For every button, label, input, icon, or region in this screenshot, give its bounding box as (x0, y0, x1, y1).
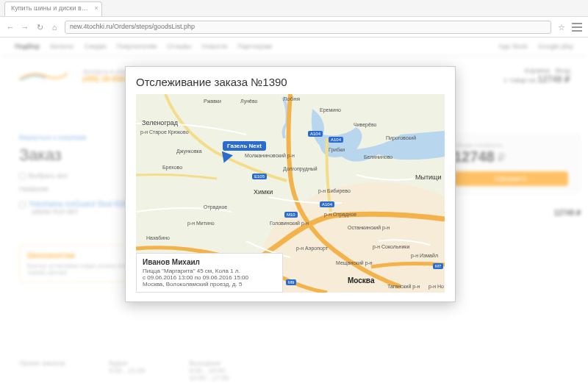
nav-item[interactable]: Каталог (50, 43, 74, 50)
nav-item[interactable]: Партнерам (237, 43, 272, 50)
map-label: Лобня (283, 96, 300, 102)
road-badge: М10 (284, 212, 298, 218)
line-price: 12748 ₽ (441, 209, 581, 217)
driver-time: с 09.06.2016 13:00 по 09.06.2016 15:00 (143, 274, 276, 281)
map-label: р-н Аэропорт (296, 246, 328, 251)
reload-icon[interactable]: ↻ (35, 23, 44, 32)
map-label: р-н Сокольники (373, 244, 409, 249)
tracking-modal: Отслеживание заказа №1390 (125, 66, 456, 302)
map-label: Таганский р-н (387, 284, 420, 289)
map-label: Еремино (320, 107, 341, 112)
road-badge: М7 (433, 263, 443, 269)
forward-icon[interactable]: → (21, 23, 29, 32)
driver-address: Москва, Волоколамский проезд, д. 5 (143, 281, 276, 287)
road-badge: Е105 (252, 174, 267, 179)
currency: ₽ (498, 151, 505, 164)
map-label: р-н Измайл (411, 253, 438, 258)
logo[interactable] (18, 69, 69, 82)
map-label: р-н Митино (187, 221, 215, 226)
map-label: Мытищи (415, 174, 442, 181)
driver-goods: Пицца "Маргарита" 45 см, Кола 1 л. (143, 268, 276, 274)
map-label: Отрадное (204, 204, 227, 210)
map-label: Мещанский р-н (336, 260, 373, 265)
modal-title: Отслеживание заказа №1390 (136, 76, 445, 88)
appstore-link[interactable]: App Store (498, 43, 528, 50)
back-icon[interactable]: ← (6, 23, 15, 32)
map-label: Грибки (329, 147, 345, 152)
map-label: р-н Но (429, 284, 444, 289)
star-icon[interactable]: ☆ (557, 23, 566, 32)
total-label: Общая стоимость (453, 142, 568, 149)
close-icon[interactable]: × (94, 4, 98, 12)
road-badge: М9 (286, 279, 296, 285)
schedule: Прием заказов Будни8:00…21:00 Выходные9:… (19, 360, 569, 382)
home-icon[interactable]: ⌂ (50, 23, 59, 32)
map-label: Брехово (162, 165, 182, 170)
site-nav: Подбор Каталог Скидки Покупателям Отзывы… (0, 37, 588, 56)
map-label: Лунёво (240, 99, 257, 104)
total-value: 12748 (453, 149, 495, 165)
road-badge: А104 (329, 137, 343, 143)
checkout-button[interactable]: Оформить (453, 171, 568, 186)
map-label: Нахабино (146, 235, 170, 240)
map-label: Головинский р-н (270, 221, 309, 226)
nav-item[interactable]: Новости (201, 43, 227, 50)
nav-item[interactable]: Отзывы (167, 43, 191, 50)
map-label: р-н Бибирево (318, 188, 351, 193)
url-bar[interactable]: new.4tochki.ru/Orders/steps/goodsList.ph… (65, 21, 551, 34)
browser-tab[interactable]: Купить шины и диски в… × (4, 1, 102, 16)
map-label: Молжаниновский р-н (245, 153, 295, 158)
menu-icon[interactable] (572, 23, 582, 32)
map-label: Пироговский (386, 135, 416, 140)
driver-name: Иванов Михаил (143, 258, 276, 266)
map-label: Химки (254, 188, 273, 196)
map-label: р-н Отрадное (324, 212, 356, 217)
map[interactable]: Зеленоград р-н Старое Крюково Ржавки Лун… (136, 94, 445, 293)
nav-item[interactable]: Скидки (85, 43, 107, 50)
map-label: Ржавки (204, 99, 221, 104)
map-label: Москва (348, 276, 374, 285)
map-label: Джунковка (176, 149, 202, 154)
map-label: Беляниново (364, 154, 392, 160)
nav-item[interactable]: Покупателям (117, 43, 157, 50)
road-badge: А104 (320, 201, 334, 207)
total-box: Общая стоимость 12748 ₽ Оформить (441, 134, 581, 194)
map-label: Долгопрудный (283, 166, 318, 171)
tab-title: Купить шины и диски в… (11, 4, 88, 12)
vehicle-badge[interactable]: Газель Next (223, 141, 266, 151)
map-label: Зеленоград (142, 119, 178, 126)
road-badge: А104 (308, 131, 323, 137)
nav-item[interactable]: Подбор (15, 43, 40, 50)
driver-card: Иванов Михаил Пицца "Маргарита" 45 см, К… (136, 253, 283, 293)
cart-summary[interactable]: Корзина Вход 1 товар на 12748 ₽ (503, 67, 570, 85)
browser-chrome: Купить шины и диски в… × ← → ↻ ⌂ new.4to… (0, 0, 588, 37)
map-label: р-н Старое Крюково (140, 129, 189, 135)
map-label: Останкинский р-н (348, 225, 390, 230)
googleplay-link[interactable]: Google play (538, 43, 573, 50)
map-label: Чиверёво (354, 122, 376, 127)
